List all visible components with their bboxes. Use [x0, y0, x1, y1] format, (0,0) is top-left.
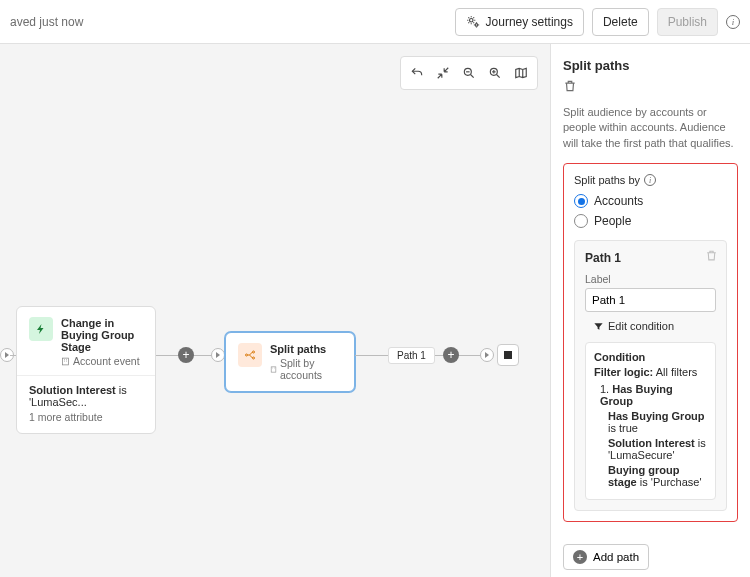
building-icon: [61, 357, 70, 366]
minimap-icon[interactable]: [509, 61, 533, 85]
node-title: Split paths: [270, 343, 342, 355]
properties-panel: Split paths Split audience by accounts o…: [550, 44, 750, 577]
end-in-port[interactable]: [480, 348, 494, 362]
building-icon: [270, 365, 277, 374]
delete-node-icon[interactable]: [563, 79, 577, 93]
node-attribute: Solution Interest is 'LumaSec...: [29, 384, 143, 408]
gears-icon: [466, 15, 480, 29]
split-icon: [238, 343, 262, 367]
top-actions: Journey settings Delete Publish i: [455, 8, 740, 36]
add-node-button[interactable]: +: [443, 347, 459, 363]
path-label-badge[interactable]: Path 1: [388, 347, 435, 364]
svg-point-14: [246, 354, 248, 356]
lightning-icon: [29, 317, 53, 341]
node-subtitle: Account event: [61, 355, 143, 367]
more-attributes: 1 more attribute: [29, 411, 143, 423]
info-icon[interactable]: i: [726, 15, 740, 29]
add-path-button[interactable]: + Add path: [563, 544, 649, 570]
delete-path-icon[interactable]: [705, 249, 718, 262]
svg-rect-9: [63, 358, 69, 365]
svg-point-16: [253, 357, 255, 359]
node2-in-port[interactable]: [211, 348, 225, 362]
filter-icon: [593, 321, 604, 332]
radio-people[interactable]: People: [574, 214, 727, 228]
path-title: Path 1: [585, 251, 716, 265]
delete-button[interactable]: Delete: [592, 8, 649, 36]
edit-condition-link[interactable]: Edit condition: [593, 320, 716, 332]
saved-status: aved just now: [10, 15, 83, 29]
node-subtitle: Split by accounts: [270, 357, 342, 381]
zoom-out-icon[interactable]: [457, 61, 481, 85]
plus-circle-icon: +: [573, 550, 587, 564]
svg-point-0: [469, 18, 473, 22]
radio-unchecked-icon: [574, 214, 588, 228]
split-by-label: Split paths by i: [574, 174, 727, 186]
journey-canvas[interactable]: Change in Buying Group Stage Account eve…: [0, 44, 550, 577]
add-node-button[interactable]: +: [178, 347, 194, 363]
svg-point-15: [253, 351, 255, 353]
node-title: Change in Buying Group Stage: [61, 317, 143, 353]
svg-line-6: [497, 75, 500, 78]
journey-settings-button[interactable]: Journey settings: [455, 8, 584, 36]
radio-checked-icon: [574, 194, 588, 208]
collapse-arrows-icon[interactable]: [431, 61, 455, 85]
svg-line-3: [471, 75, 474, 78]
canvas-toolbar: [400, 56, 538, 90]
split-config-section: Split paths by i Accounts People Path 1 …: [563, 163, 738, 522]
info-icon[interactable]: i: [644, 174, 656, 186]
top-toolbar: aved just now Journey settings Delete Pu…: [0, 0, 750, 44]
path-card: Path 1 Label Edit condition Condition Fi…: [574, 240, 727, 511]
event-node[interactable]: Change in Buying Group Stage Account eve…: [16, 306, 156, 434]
publish-button: Publish: [657, 8, 718, 36]
journey-settings-label: Journey settings: [486, 15, 573, 29]
condition-summary: Condition Filter logic: All filters 1. H…: [585, 342, 716, 500]
undo-icon[interactable]: [405, 61, 429, 85]
panel-title: Split paths: [563, 58, 738, 73]
split-paths-node[interactable]: Split paths Split by accounts: [225, 332, 355, 392]
label-field-label: Label: [585, 273, 716, 285]
path-label-input[interactable]: [585, 288, 716, 312]
end-node[interactable]: [497, 344, 519, 366]
panel-description: Split audience by accounts or people wit…: [563, 105, 738, 151]
svg-rect-17: [271, 366, 276, 371]
zoom-in-icon[interactable]: [483, 61, 507, 85]
radio-accounts[interactable]: Accounts: [574, 194, 727, 208]
svg-point-1: [475, 23, 478, 26]
